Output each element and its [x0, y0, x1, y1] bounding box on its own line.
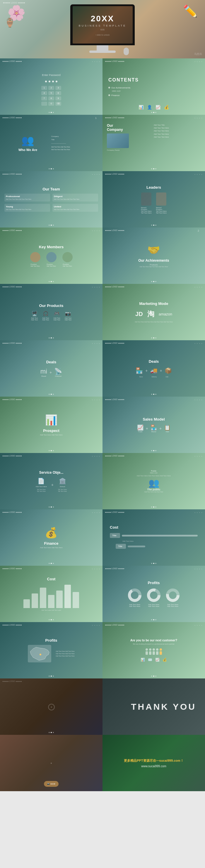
- contents-title: CONTENTS: [108, 78, 139, 83]
- cost-bars-labels: Add Text Label Add Text Label: [41, 609, 61, 611]
- finance-icon: 💰: [45, 527, 58, 539]
- china-map-svg: [29, 646, 51, 662]
- pie-chart-2: [147, 588, 161, 602]
- antenna-icon: 📡: [54, 368, 62, 375]
- slide-5: ●●●●● LOGO ●●●●● • • • • Our Team Profes…: [0, 171, 103, 227]
- team-text-3: Add Your Text Here Add Your Text Here: [6, 209, 49, 210]
- product-camera-text: Add TextAdd Text: [65, 317, 72, 321]
- cost-title-bar-fill-2: [128, 546, 145, 547]
- member-1: PositionAdd Text Here: [30, 252, 41, 267]
- jd-logo: JD: [135, 311, 143, 317]
- public-text2: Add Text Here Add Text Here: [145, 491, 163, 493]
- members-row: PositionAdd Text Here PositionAdd Text H…: [30, 252, 73, 267]
- team-label-2: Diligent: [54, 195, 97, 198]
- team-item-1: Professional Add Your Text Here Add Your…: [4, 194, 50, 202]
- money-icon: 💰: [164, 105, 169, 110]
- slide-13-dots: • • • •: [92, 399, 100, 401]
- slide-13-logo: ●●●●● LOGO ●●●●●: [2, 398, 22, 400]
- public-people-icon: 👥: [149, 478, 159, 488]
- pie-label-3: Add Text HereAdd Text Here: [167, 604, 178, 607]
- slide-4-nav: [151, 168, 156, 169]
- member-3-info: PositionAdd Text Here: [63, 264, 72, 267]
- cost-title-bar-fill-1: [122, 535, 198, 536]
- service-title: Service Obje...: [39, 470, 63, 474]
- cost-bar-5: [56, 591, 63, 608]
- slide-1: ●●●●● LOGO ●●●●● • • • • Enter Password …: [0, 58, 103, 115]
- slide-3-nav: [49, 168, 54, 169]
- sales-model-row: 📈 Trade + 🏪 Brand + 📋 Add: [137, 424, 171, 433]
- monitor-stand: [97, 45, 108, 51]
- slide-11-nav: [49, 394, 54, 395]
- person-icon: 👤: [147, 105, 152, 110]
- next-icon-2: ✉️: [148, 658, 152, 662]
- sales-label-1: Trade: [138, 431, 142, 433]
- slide-20-logo: ●●●●● LOGO ●●●●●: [105, 567, 124, 569]
- china-map: [28, 645, 51, 662]
- profits2-text: Add Text Here Add Text Here Add Text Her…: [56, 650, 74, 657]
- team-text-4: Add Your Text Here Add Your Text Here: [54, 209, 97, 210]
- our-achievements-title: Our Achievements: [138, 258, 169, 262]
- vase-decoration: 🏺: [4, 18, 15, 28]
- slide-8: ●●●●● LOGO ●●●●● 2 🤝 Our Achievements Pr…: [103, 227, 205, 284]
- prospect-icon: 📊: [45, 414, 58, 426]
- profits2-title: Profits: [45, 638, 57, 643]
- our-company-title: OurCompany: [107, 124, 154, 132]
- slide-9: ●●●●● LOGO ●●●●● • • • • Our Products 🖥️…: [0, 284, 103, 340]
- cost-bar-6: [65, 585, 71, 608]
- next-icons-row: 📊 ✉️ 📈 💰: [140, 658, 167, 662]
- next-people-row: [145, 648, 162, 655]
- slide-21-dots: • • • •: [92, 624, 100, 626]
- person-2: [149, 648, 152, 655]
- slide-20-dots: • • • •: [195, 568, 203, 570]
- company-image: [107, 133, 129, 148]
- next-customer-title: Are you to be our next customer?: [130, 639, 177, 642]
- product-headphone: 🎧 Add TextAdd Text: [42, 311, 49, 321]
- camera-icon: 📷: [65, 311, 71, 316]
- slide-25-text: ●: [50, 762, 52, 765]
- next-icon-1: 📊: [140, 658, 145, 662]
- slide-4-logo: ●●●●● LOGO ●●●●●: [105, 117, 124, 119]
- deals2-labels: Store Delivery Add: [139, 376, 169, 378]
- slide-7-nav: [49, 281, 54, 282]
- slide-22: ●●●●● LOGO ●●●●● • • • • Are you to be o…: [103, 622, 205, 678]
- slide-11-dots: • • • •: [92, 343, 100, 344]
- next-icon-4: 💰: [162, 658, 167, 662]
- products-label: Products: [150, 264, 158, 266]
- product-gamepad: 🎮 Add TextAdd Text: [54, 311, 60, 321]
- enter-password-label: Enter Password: [42, 73, 60, 76]
- slide-7-dots: • • • •: [92, 230, 100, 231]
- who-we-are-title: Who We Are: [19, 148, 37, 152]
- contents-item-2: Finance: [108, 94, 120, 97]
- product-camera: 📷 Add TextAdd Text: [65, 311, 72, 321]
- service-item-2: 🏛️ School Tell Text HereTell Text Here: [58, 477, 67, 492]
- slide-10-dots: • • • •: [195, 286, 203, 288]
- sales-label-2: Brand: [151, 431, 156, 433]
- slide-5-logo: ●●●●● LOGO ●●●●●: [2, 173, 22, 175]
- product-monitor-text: Add TextAdd Text: [31, 317, 38, 321]
- leader-1-info: Name1PositionTell Text HereTell Text Her…: [141, 207, 151, 214]
- deals2-title: Deals: [149, 359, 159, 364]
- password-dots: [45, 81, 57, 82]
- slide-8-logo: ●●●●● LOGO ●●●●●: [105, 229, 124, 231]
- deals2-icon1: 🏪: [135, 367, 143, 374]
- slide-2: ●●●●● LOGO ●●●●● • • • • CONTENTS Our Ac…: [103, 58, 205, 115]
- finance-text: Add Text Here Add Text Here: [40, 547, 62, 549]
- sucai-line2: www.sucai999.com: [141, 765, 166, 768]
- deals1-row: mi Brand + 📡 Channel: [41, 368, 62, 377]
- hero-subtitle: BUSINESS TEMPLATE: [79, 24, 127, 27]
- slide-6: ●●●●● LOGO ●●●●● • • • • Leaders Name1Po…: [103, 171, 205, 227]
- slide-9-logo: ●●●●● LOGO ●●●●●: [2, 286, 22, 288]
- deals2-plus1: +: [145, 368, 148, 373]
- slide-14: ●●●●● LOGO ●●●●● • • • • Sales Model 📈 T…: [103, 397, 205, 453]
- slide-21: ●●●●● LOGO ●●●●● • • • • Profits Add Tex…: [0, 622, 103, 678]
- slide-6-logo: ●●●●● LOGO ●●●●●: [105, 173, 124, 175]
- finance-title: Finance: [44, 541, 58, 546]
- member-2: PositionAdd Text Here: [46, 252, 56, 267]
- slide-10-logo: ●●●●● LOGO ●●●●●: [105, 286, 124, 288]
- slide-12-logo: ●●●●● LOGO ●●●●●: [105, 342, 124, 344]
- bar-chart-icon: 📊: [138, 105, 144, 110]
- prospect-text: Add Text Here Add Text Here: [40, 434, 62, 436]
- cost-bar-1: [23, 599, 30, 608]
- hero-version: IOS: [100, 28, 105, 31]
- person-3: [152, 648, 155, 655]
